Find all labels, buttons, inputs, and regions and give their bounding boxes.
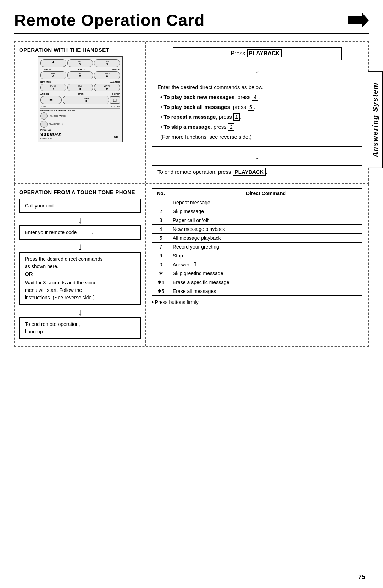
phone-brand: 900MHz CORDLESS	[40, 132, 61, 139]
press-prefix: Press	[231, 50, 246, 56]
table-cell-command: Skip greeting message	[170, 269, 362, 278]
bullet2-bold: To play back all messages	[163, 104, 230, 110]
phone-key-6: MNO6	[94, 71, 120, 79]
col-header-command: Direct Command	[170, 189, 362, 198]
label-tone: TONE	[40, 105, 46, 107]
table-cell-command: Skip message	[170, 207, 362, 216]
arrow-down-2: ↓	[152, 151, 362, 161]
key-2: 2	[228, 123, 234, 131]
direct-command-panel: No. Direct Command 1Repeat message2Skip …	[146, 184, 368, 346]
table-row: 3Pager call on/off	[152, 216, 362, 225]
step2-text: Enter your remote code _____.	[25, 229, 93, 235]
phone-key-9: WXYZ9	[94, 84, 120, 91]
phone-key-3: DEF3	[94, 59, 120, 67]
instructions-panel: Press PLAYBACK. ↓ Enter the desired dire…	[146, 42, 368, 183]
bullet4-bold: To skip a message	[163, 124, 210, 130]
step3-box: Press the desired direct commands as sho…	[19, 252, 141, 305]
phone-ringer-row: RINGER PAUSE	[40, 112, 120, 120]
phone-playback-row: PLAYBACK ─○	[40, 121, 120, 128]
end-remote-box: To end remote operation, press PLAYBACK.	[152, 165, 362, 178]
label-playback: PLAYBACK ─○	[49, 123, 63, 125]
top-section: OPERATION WITH THE HANDSET 1 ABC2 DEF3 ←…	[14, 41, 369, 184]
table-row: 7Record your greeting	[152, 243, 362, 251]
bullet-3: • To repeat a message, press 1.	[160, 113, 357, 121]
step4-line1: To end remote operation,	[25, 321, 135, 328]
step3-line2: as shown here.	[25, 263, 135, 270]
phone-diagram: 1 ABC2 DEF3 ←REPEAT SKIP→ PAGER GHI4 JKL…	[38, 56, 123, 142]
table-row: 5All message playback	[152, 234, 362, 243]
table-cell-command: All message playback	[170, 234, 362, 243]
main-content: OPERATION WITH THE HANDSET 1 ABC2 DEF3 ←…	[14, 41, 369, 347]
step4-line2: hang up.	[25, 328, 135, 335]
table-cell-no: 2	[152, 207, 170, 216]
phone-keypad-row1: 1 ABC2 DEF3	[40, 59, 120, 67]
table-row: 9Stop	[152, 251, 362, 260]
press-firmly-note: • Press buttons firmly.	[152, 299, 362, 305]
phone-ringer-button	[40, 112, 48, 120]
key-4: 4	[252, 94, 258, 101]
label-8stop: 8 STOP	[112, 93, 120, 95]
table-cell-no: ✱4	[152, 278, 170, 287]
label-skip: SKIP→	[78, 68, 85, 71]
table-cell-no: 4	[152, 225, 170, 234]
phone-key-8: TUV8	[67, 84, 93, 91]
table-cell-command: Answer off	[170, 260, 362, 269]
page-header: Remote Operation Card	[14, 11, 369, 34]
step1-text: Call your unit.	[25, 203, 55, 209]
arrow-down-3: ↓	[19, 215, 141, 225]
phone-key-7: PQRS7	[40, 84, 66, 91]
end-remote-text: To end remote operation, press	[157, 169, 233, 175]
bullet-4: • To skip a message, press 2.	[160, 123, 357, 131]
step2-box: Enter your remote code _____.	[19, 225, 141, 240]
step3-or: OR	[25, 270, 135, 278]
table-cell-no: ✱5	[152, 287, 170, 296]
bullet4-rest: , press	[211, 124, 228, 130]
table-row: ✱5Erase all messages	[152, 287, 362, 296]
table-cell-no: 9	[152, 251, 170, 260]
playback-label: PLAYBACK	[247, 49, 282, 57]
label-allmsg: ALL MSG	[110, 81, 120, 83]
phone-key-5: JKL5	[67, 71, 93, 79]
phone-playback-button	[40, 121, 48, 128]
direct-command-table: No. Direct Command 1Repeat message2Skip …	[152, 188, 362, 296]
phone-key-star: ✱	[40, 96, 62, 104]
bullet-2: • To play back all messages, press 5.	[160, 103, 357, 111]
bullet-1: • To play back new messages, press 4.	[160, 93, 357, 101]
step3-line4: menu will start. Follow the	[25, 287, 135, 294]
instructions-intro: Enter the desired direct commands as bel…	[157, 83, 357, 91]
step1-box: Call your unit.	[19, 199, 141, 213]
key-1: 1	[233, 113, 240, 121]
phone-keypad-row2: GHI4 JKL5 MNO6	[40, 71, 120, 79]
instructions-box: Enter the desired direct commands as bel…	[152, 79, 362, 147]
bullet1-bold: To play back new messages	[163, 94, 234, 100]
phone-special-row: ✱ OPER0 □	[40, 96, 120, 104]
page-number: 75	[358, 573, 365, 581]
bullet3-rest: , press	[216, 114, 233, 120]
brand-text: 900MHz	[40, 132, 61, 137]
phone-key-4: GHI4	[40, 71, 66, 79]
press-playback-box: Press PLAYBACK.	[173, 47, 341, 60]
phone-key-hash: □	[110, 96, 120, 104]
table-body: 1Repeat message2Skip message3Pager call …	[152, 198, 362, 296]
key-5: 5	[248, 104, 254, 111]
step3-line5: instructions. (See reverse side.)	[25, 294, 135, 301]
side-label: Answering System	[368, 71, 383, 168]
bullet3-bold: To repeat a message	[163, 114, 216, 120]
table-row: ✱4Erase a specific message	[152, 278, 362, 287]
touch-tone-title: OPERATION FROM A TOUCH TONE PHONE	[19, 189, 141, 195]
col-header-no: No.	[152, 189, 170, 198]
table-row: 0Answer off	[152, 260, 362, 269]
table-cell-command: Stop	[170, 251, 362, 260]
label-pager: PAGER	[112, 68, 120, 71]
handset-panel: OPERATION WITH THE HANDSET 1 ABC2 DEF3 ←…	[15, 42, 146, 183]
arrow-down-1: ↓	[152, 65, 362, 74]
phone-key-0: OPER0	[63, 96, 109, 104]
table-cell-no: 3	[152, 216, 170, 225]
phone-keypad-row3: PQRS7 TUV8 WXYZ9	[40, 84, 120, 91]
bottom-section: OPERATION FROM A TOUCH TONE PHONE Call y…	[14, 184, 369, 347]
table-cell-command: Erase a specific message	[170, 278, 362, 287]
table-cell-no: ✱	[152, 269, 170, 278]
touch-tone-panel: OPERATION FROM A TOUCH TONE PHONE Call y…	[15, 184, 146, 346]
table-cell-command: Pager call on/off	[170, 216, 362, 225]
bullet2-rest: , press	[230, 104, 248, 110]
